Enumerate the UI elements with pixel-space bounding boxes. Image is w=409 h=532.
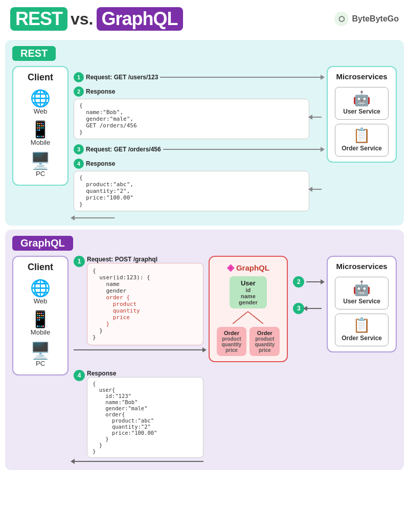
rest-step4-row: 4 Response { product:"abc", quantity:"2"… (74, 159, 322, 212)
graphql-inner: Client Web Mobile PC 1 Request: POST /gr… (12, 256, 397, 463)
rest-step1-badge: 1 (74, 72, 84, 82)
gql-step1-badge: 1 (74, 256, 85, 267)
brand: ⬡ ByteByteGo (334, 12, 399, 26)
rest-section: REST Client Web Mobile PC 1 Request: GET (5, 40, 404, 226)
gql-server-title: ◈ GraphQL (227, 262, 269, 273)
gql-device-web: Web (30, 280, 51, 305)
rest-inner: Client Web Mobile PC 1 Request: GET /use… (12, 66, 397, 218)
gql-step1-label: Request: POST /graphql (87, 256, 203, 263)
rest-step1-row: 1 Request: GET /users/123 (74, 72, 322, 82)
gql-device-mobile: Mobile (30, 311, 51, 336)
rest-device-web: Web (30, 90, 51, 115)
gql-order-service-label: Order Service (342, 335, 382, 342)
rest-order-service-card: 📋 Order Service (335, 124, 389, 157)
gql-flow: 1 Request: POST /graphql { user(id:123):… (74, 256, 203, 463)
gql-user-service-icon: 🤖 (353, 281, 371, 296)
rest-step3-badge: 3 (74, 144, 84, 154)
rest-step3-arrow (163, 149, 322, 150)
rest-step2-response: { name:"Bob", gender:"male", GET /orders… (74, 99, 309, 139)
rest-step4-badge: 4 (74, 159, 84, 169)
gql-order-service-icon: 📋 (353, 318, 371, 332)
graphql-icon: ◈ (227, 262, 234, 273)
header: REST vs. GraphQL ⬡ ByteByteGo (0, 0, 409, 36)
gql-device-pc: PC (30, 342, 51, 367)
gql-server-label: GraphQL (236, 263, 269, 272)
gql-web-label: Web (34, 297, 48, 305)
rest-user-service-icon: 🤖 (353, 92, 371, 106)
brand-name: ByteByteGo (352, 14, 399, 24)
rest-order-service-label: Order Service (342, 145, 382, 152)
gql-order-service-card: 📋 Order Service (335, 314, 389, 346)
svg-line-0 (233, 312, 248, 324)
svg-line-1 (248, 312, 263, 324)
gql-order-node1: Order productquantityprice (217, 327, 247, 356)
vs-text: vs. (71, 10, 93, 29)
rest-step4-label: Response (86, 160, 115, 167)
rest-step1-label: Request: GET /users/123 (86, 74, 158, 81)
web-icon (30, 90, 51, 106)
rest-step3-label: Request: GET /orders/456 (86, 146, 161, 153)
gql-user-service-card: 🤖 User Service (335, 277, 389, 309)
web-label: Web (34, 107, 48, 115)
gql-server-box: ◈ GraphQL User idnamegender Order produc… (209, 256, 288, 362)
gql-user-service-label: User Service (343, 298, 380, 305)
gql-order-fields1: productquantityprice (222, 336, 242, 353)
gql-user-node-title: User (239, 279, 258, 287)
rest-step2-label: Response (86, 88, 115, 95)
gql-step3-badge: 3 (293, 303, 304, 314)
rest-step2-row: 2 Response { name:"Bob", gender:"male", … (74, 86, 322, 140)
rest-user-service-card: 🤖 User Service (335, 87, 389, 120)
gql-client-title: Client (28, 262, 53, 273)
graphql-title-badge: GraphQL (97, 7, 183, 31)
rest-device-mobile: Mobile (30, 121, 51, 146)
gql-order-node1-title: Order (222, 330, 242, 336)
gql-step4-badge: 4 (74, 370, 85, 381)
gql-mobile-label: Mobile (31, 328, 50, 336)
graphql-section: GraphQL Client Web Mobile PC 1 (5, 230, 404, 470)
graphql-section-label: GraphQL (12, 236, 73, 251)
gql-order-nodes: Order productquantityprice Order product… (217, 327, 280, 356)
gql-web-icon (30, 280, 51, 296)
rest-section-label: REST (12, 46, 56, 61)
rest-step4-response: { product:"abc", quantity:"2", price:"10… (74, 171, 309, 211)
rest-flow: 1 Request: GET /users/123 2 Response { n… (74, 66, 322, 218)
rest-client-box: Client Web Mobile PC (12, 66, 69, 186)
gql-step2-badge: 2 (293, 276, 304, 287)
gql-response-box: { user{ id:"123" name:"Bob" gender:"male… (87, 377, 203, 458)
gql-pc-label: PC (36, 360, 45, 367)
gql-step4-label: Response (87, 370, 203, 377)
gql-microservices-box: Microservices 🤖 User Service 📋 Order Ser… (327, 256, 397, 352)
gql-microservices-title: Microservices (336, 262, 388, 271)
gql-order-node2: Order productquantityprice (249, 327, 280, 356)
rest-step3-row: 3 Request: GET /orders/456 (74, 144, 322, 154)
rest-client-title: Client (28, 72, 53, 83)
gql-right-arrows: 2 3 (293, 256, 322, 314)
gql-client-box: Client Web Mobile PC (12, 256, 69, 375)
gql-pc-icon (30, 342, 51, 359)
gql-order-node2-title: Order (255, 330, 275, 336)
rest-step2-badge: 2 (74, 86, 84, 97)
title-block: REST vs. GraphQL (10, 7, 183, 31)
rest-step1-arrow (160, 77, 322, 78)
mobile-icon (30, 121, 51, 138)
rest-device-pc: PC (30, 152, 51, 178)
rest-user-service-label: User Service (343, 108, 380, 115)
rest-microservices-box: Microservices 🤖 User Service 📋 Order Ser… (327, 66, 397, 163)
rest-order-service-icon: 📋 (353, 128, 371, 143)
pc-icon (30, 152, 51, 169)
pc-label: PC (36, 170, 45, 178)
gql-request-box: { user(id:123): { name gender order { pr… (87, 263, 203, 345)
gql-order-fields2: productquantityprice (255, 336, 275, 353)
gql-tree-svg (217, 312, 279, 324)
gql-user-node: User idnamegender (230, 276, 267, 308)
gql-mobile-icon (30, 311, 51, 327)
rest-title-badge: REST (10, 7, 67, 31)
brand-icon: ⬡ (334, 12, 349, 26)
mobile-label: Mobile (31, 139, 50, 146)
rest-microservices-title: Microservices (336, 72, 388, 81)
gql-user-fields: idnamegender (239, 287, 258, 305)
